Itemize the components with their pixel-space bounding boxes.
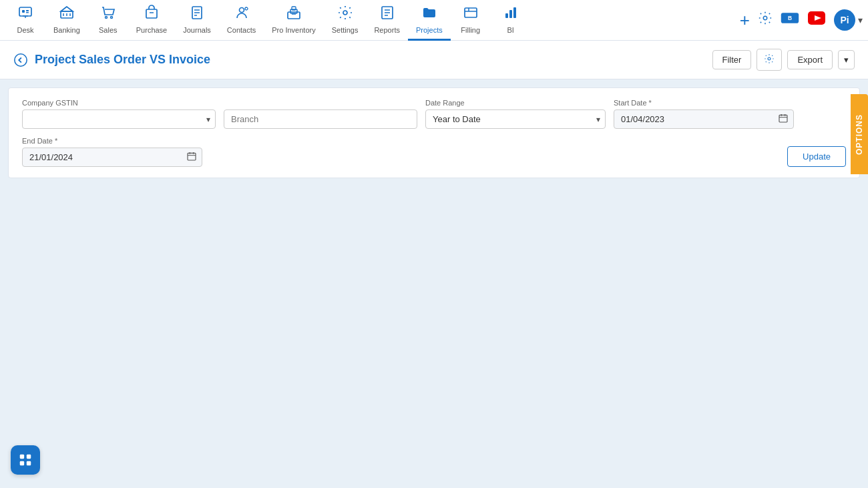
back-button[interactable] [13,53,28,67]
company-gstin-group: Company GSTIN ▾ [22,99,216,129]
filter-row: Company GSTIN ▾ Branch Date Range [22,99,846,129]
nav-label-filling: Filling [461,26,480,34]
desk-icon [17,5,33,25]
nav-label-journals: Journals [183,26,211,34]
nav-item-projects[interactable]: Projects [408,0,451,41]
nav-items: Desk Banking Sales Purchase Journals [5,0,740,41]
settings-icon [337,5,353,25]
nav-item-pro-inventory[interactable]: Pro Inventory [264,0,323,41]
svg-rect-13 [146,9,157,18]
date-range-wrap: Year to Date This Month Last Month Custo… [425,109,606,129]
svg-rect-35 [513,7,516,18]
svg-text:B: B [788,15,792,21]
svg-rect-53 [20,461,24,465]
page-header: Project Sales Order VS Invoice Filter Ex… [0,41,868,79]
svg-rect-3 [26,12,29,13]
svg-point-25 [343,11,347,15]
svg-rect-2 [26,10,29,11]
user-chevron-icon: ▾ [858,15,863,25]
nav-item-sales[interactable]: Sales [88,0,128,41]
svg-marker-7 [61,7,73,11]
user-badge[interactable]: Pi [834,9,855,31]
svg-rect-1 [22,10,25,13]
nav-item-bi[interactable]: BI [491,0,531,41]
svg-point-36 [763,16,767,20]
nav-label-sales: Sales [99,26,118,34]
page-title: Project Sales Order VS Invoice [35,53,210,67]
youtube-icon[interactable] [807,11,826,29]
nav-label-pro-inventory: Pro Inventory [272,26,315,34]
nav-item-settings[interactable]: Settings [324,0,367,41]
filter-button[interactable]: Filter [712,50,752,69]
filter-row-2: End Date * Update [22,137,846,167]
nav-label-contacts: Contacts [227,26,256,34]
nav-item-purchase[interactable]: Purchase [128,0,175,41]
gear-icon[interactable] [758,11,773,29]
svg-point-12 [110,16,112,18]
date-range-group: Date Range Year to Date This Month Last … [425,99,606,129]
bi-icon [503,5,519,25]
branch-wrap [224,109,417,129]
page-header-left: Project Sales Order VS Invoice [13,53,210,67]
start-date-group: Start Date * [614,99,794,129]
nav-item-contacts[interactable]: Contacts [219,0,264,41]
nav-item-desk[interactable]: Desk [5,0,45,41]
settings-action-button[interactable] [756,49,782,71]
nav-item-reports[interactable]: Reports [366,0,408,41]
svg-point-20 [245,7,248,10]
nav-right: + B Pi ▾ [740,9,863,31]
svg-rect-54 [27,461,31,465]
nav-item-banking[interactable]: Banking [45,0,88,41]
top-nav: Desk Banking Sales Purchase Journals [0,0,868,41]
reports-icon [379,5,395,25]
nav-label-bi: BI [507,26,514,34]
nav-item-filling[interactable]: Filling [451,0,491,41]
svg-point-19 [239,7,244,12]
svg-rect-0 [19,7,31,16]
end-date-group: End Date * [22,137,202,167]
export-button[interactable]: Export [787,50,833,69]
purchase-icon [144,5,160,25]
contacts-icon [234,5,250,25]
start-date-wrap [614,109,794,129]
svg-point-42 [768,57,771,60]
header-actions: Filter Export ▾ [712,49,855,71]
start-date-label: Start Date * [614,99,794,107]
user-dropdown[interactable]: Pi ▾ [834,9,863,31]
projects-icon [421,5,437,25]
nav-label-settings: Settings [332,26,359,34]
svg-rect-51 [20,455,24,459]
company-gstin-select[interactable] [22,109,216,129]
nav-label-purchase: Purchase [136,26,167,34]
banking-icon [59,5,75,25]
branch-input[interactable] [224,109,417,129]
brand-icon[interactable]: B [781,11,799,29]
journals-icon [189,5,205,25]
update-button[interactable]: Update [787,146,846,167]
pro-inventory-icon [286,5,302,25]
add-icon[interactable]: + [740,10,750,31]
nav-label-projects: Projects [416,26,443,34]
svg-rect-43 [779,115,787,122]
svg-rect-30 [465,8,477,17]
nav-item-journals[interactable]: Journals [175,0,219,41]
nav-label-banking: Banking [53,26,80,34]
options-tab[interactable]: OPTIONS [851,94,868,174]
bottom-grid-button[interactable] [11,445,40,475]
svg-rect-33 [505,13,508,18]
end-date-input[interactable] [22,148,202,167]
start-date-input[interactable] [614,109,794,129]
svg-rect-34 [509,10,512,18]
end-date-wrap [22,148,202,167]
start-date-calendar-icon[interactable] [778,113,789,126]
svg-point-11 [105,16,107,18]
company-gstin-label: Company GSTIN [22,99,216,107]
date-range-select[interactable]: Year to Date This Month Last Month Custo… [425,109,606,129]
svg-point-41 [15,53,27,65]
end-date-calendar-icon[interactable] [186,151,197,164]
options-label: OPTIONS [855,114,864,155]
export-dropdown-button[interactable]: ▾ [838,50,855,69]
filling-icon [463,5,479,25]
branch-group: Branch [224,99,417,129]
svg-rect-47 [188,153,196,160]
